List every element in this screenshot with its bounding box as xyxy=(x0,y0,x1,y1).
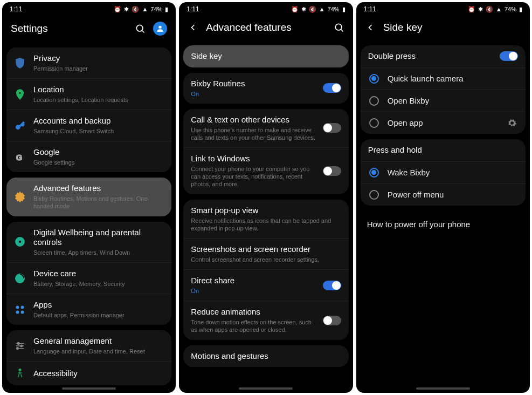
status-time: 1:11 xyxy=(364,5,376,13)
item-subtitle: On xyxy=(191,287,318,295)
gear-icon[interactable] xyxy=(507,118,517,128)
feature-item[interactable]: Side key xyxy=(183,45,348,67)
settings-item[interactable]: Accessibility xyxy=(6,361,171,385)
item-title: Advanced features xyxy=(33,183,164,194)
feature-item[interactable]: Direct shareOn xyxy=(183,269,348,301)
radio-option[interactable]: Wake Bixby xyxy=(361,161,526,183)
page-title: Settings xyxy=(11,23,127,35)
wellbeing-icon xyxy=(14,236,33,248)
settings-item[interactable]: Digital Wellbeing and parental controlsS… xyxy=(6,222,171,263)
feature-item[interactable]: Link to WindowsConnect your phone to you… xyxy=(183,147,348,194)
status-icons: ⏰✱🔇▲74%▮ xyxy=(468,6,522,13)
apps-icon xyxy=(14,304,33,316)
radio-icon[interactable] xyxy=(369,168,379,178)
status-time: 1:11 xyxy=(186,5,199,13)
item-title: Link to Windows xyxy=(191,154,318,164)
svg-point-0 xyxy=(137,25,143,31)
toggle-switch[interactable] xyxy=(323,316,341,325)
page-title: Advanced features xyxy=(206,22,326,33)
page-title: Side key xyxy=(383,22,521,33)
radio-icon[interactable] xyxy=(369,96,379,106)
item-title: Google xyxy=(33,147,164,158)
key-icon xyxy=(14,120,33,132)
settings-item[interactable]: PrivacyPermission manager xyxy=(6,47,171,78)
item-subtitle: Location settings, Location requests xyxy=(33,96,164,104)
toggle-switch[interactable] xyxy=(323,123,341,133)
svg-point-11 xyxy=(21,306,24,309)
item-title: Call & text on other devices xyxy=(191,115,318,125)
item-title: Direct share xyxy=(191,276,318,286)
radio-icon[interactable] xyxy=(369,74,379,84)
item-subtitle: Use this phone's number to make and rece… xyxy=(191,126,318,142)
home-indicator[interactable] xyxy=(416,387,470,390)
item-title: General management xyxy=(33,336,164,346)
svg-point-4 xyxy=(16,125,20,129)
settings-item[interactable]: LocationLocation settings, Location requ… xyxy=(6,78,171,110)
shield-icon xyxy=(14,57,33,69)
item-subtitle: On xyxy=(191,90,318,98)
svg-point-10 xyxy=(16,306,19,309)
svg-point-19 xyxy=(17,348,19,350)
home-indicator[interactable] xyxy=(239,387,293,390)
device-icon xyxy=(14,273,33,284)
profile-avatar[interactable] xyxy=(153,22,167,36)
back-button[interactable] xyxy=(188,22,198,33)
feature-item[interactable]: Screenshots and screen recorderControl s… xyxy=(183,238,348,269)
item-title: Accessibility xyxy=(33,369,164,379)
toggle-switch[interactable] xyxy=(323,83,341,93)
advanced-topbar: Advanced features xyxy=(179,14,353,43)
feature-item[interactable]: Call & text on other devicesUse this pho… xyxy=(183,109,348,147)
item-title: Bixby Routines xyxy=(191,79,318,89)
toggle-switch[interactable] xyxy=(323,166,341,176)
radio-option[interactable]: Power off menu xyxy=(361,183,526,206)
option-label: Quick launch camera xyxy=(388,74,517,83)
item-subtitle: Default apps, Permission manager xyxy=(33,311,164,319)
settings-item[interactable]: General managementLanguage and input, Da… xyxy=(6,330,171,361)
status-bar: 1:11 ⏰✱🔇▲74%▮ xyxy=(179,2,353,14)
svg-point-2 xyxy=(159,26,162,29)
sidekey-list[interactable]: Double pressQuick launch cameraOpen Bixb… xyxy=(356,43,530,385)
feature-item[interactable]: Smart pop-up viewReceive notifications a… xyxy=(183,200,348,238)
svg-point-18 xyxy=(20,345,23,347)
section-heading: Press and hold xyxy=(361,139,526,161)
item-title: Privacy xyxy=(33,53,164,64)
feature-item[interactable]: Motions and gestures xyxy=(183,345,348,367)
option-label: Open Bixby xyxy=(388,96,517,105)
svg-point-3 xyxy=(19,92,22,94)
svg-text:G: G xyxy=(16,153,22,161)
svg-point-17 xyxy=(17,343,19,345)
settings-list[interactable]: PrivacyPermission managerLocationLocatio… xyxy=(2,45,176,385)
advanced-features-screen: 1:11 ⏰✱🔇▲74%▮ Advanced features Side key… xyxy=(179,2,353,393)
feature-item[interactable]: Reduce animationsTone down motion effect… xyxy=(183,301,348,339)
footer-link[interactable]: How to power off your phone xyxy=(356,211,530,237)
item-title: Digital Wellbeing and parental controls xyxy=(33,228,164,248)
radio-icon[interactable] xyxy=(369,190,379,200)
item-subtitle: Control screenshot and screen recorder s… xyxy=(191,256,341,263)
home-indicator[interactable] xyxy=(62,387,116,390)
back-button[interactable] xyxy=(365,22,376,33)
toggle-switch[interactable] xyxy=(500,51,518,61)
advanced-list[interactable]: Side keyBixby RoutinesOnCall & text on o… xyxy=(179,43,353,385)
svg-point-20 xyxy=(19,369,21,371)
radio-icon[interactable] xyxy=(369,118,379,128)
search-icon[interactable] xyxy=(135,23,146,34)
location-icon xyxy=(14,88,33,100)
access-icon xyxy=(14,367,33,379)
search-icon[interactable] xyxy=(334,22,344,33)
svg-point-13 xyxy=(21,311,24,314)
radio-option[interactable]: Quick launch camera xyxy=(361,67,526,90)
settings-topbar: Settings xyxy=(2,14,176,45)
option-label: Wake Bixby xyxy=(388,168,517,177)
toggle-switch[interactable] xyxy=(323,281,341,290)
side-key-screen: 1:11 ⏰✱🔇▲74%▮ Side key Double pressQuick… xyxy=(356,2,530,393)
feature-item[interactable]: Bixby RoutinesOn xyxy=(183,73,348,104)
radio-option[interactable]: Open app xyxy=(361,112,526,134)
settings-item[interactable]: Accounts and backupSamsung Cloud, Smart … xyxy=(6,110,171,141)
radio-option[interactable]: Open Bixby xyxy=(361,90,526,112)
item-subtitle: Samsung Cloud, Smart Switch xyxy=(33,127,164,135)
item-title: Motions and gestures xyxy=(191,351,341,362)
settings-item[interactable]: AppsDefault apps, Permission manager xyxy=(6,294,171,325)
settings-item[interactable]: Advanced featuresBixby Routines, Motions… xyxy=(6,178,171,216)
settings-item[interactable]: GGoogleGoogle settings xyxy=(6,141,171,172)
settings-item[interactable]: Device careBattery, Storage, Memory, Sec… xyxy=(6,262,171,294)
